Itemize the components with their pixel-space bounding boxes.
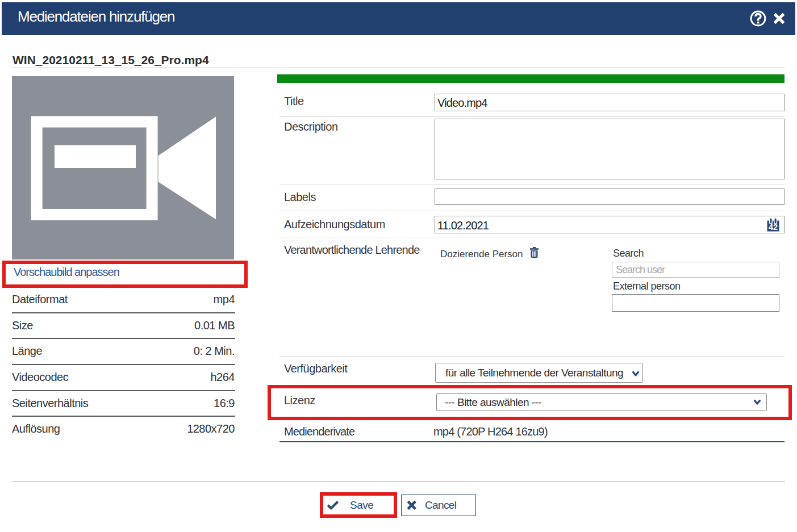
svg-text:42: 42 [769,223,778,232]
